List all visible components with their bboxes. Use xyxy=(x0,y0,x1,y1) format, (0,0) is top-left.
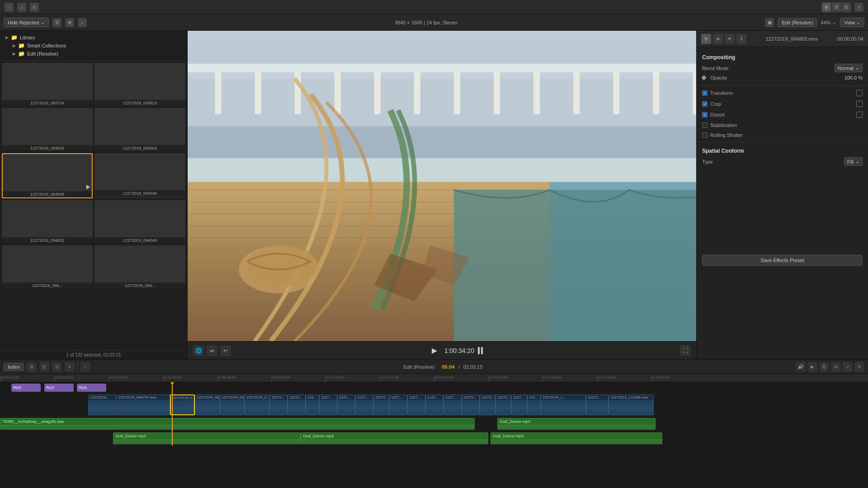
play-pause-button[interactable]: ▶ xyxy=(428,344,441,357)
playhead[interactable] xyxy=(172,382,173,446)
video-clip-12[interactable]: 12272... xyxy=(373,394,389,415)
tl-clip-icon[interactable]: ⧉ xyxy=(831,362,841,372)
video-clip-23[interactable]: 12272... xyxy=(586,394,609,415)
edit-resolve-item[interactable]: ▶ 📁 Edit (Resolve) xyxy=(4,50,184,58)
library-item[interactable]: ▶ 📁 Library xyxy=(4,33,184,42)
view-grid-icon[interactable]: ⊞ xyxy=(65,18,74,27)
video-clip-1[interactable]: 12272019_084737.mov xyxy=(117,394,170,415)
video-clip-16[interactable]: 1227... xyxy=(443,394,462,415)
upload-icon[interactable]: ↑ xyxy=(5,3,14,12)
clip-name-9: 12272019_094... xyxy=(2,282,93,289)
tl-expand-icon[interactable]: ⤢ xyxy=(843,362,853,372)
video-clip-20[interactable]: 1227... xyxy=(511,394,527,415)
inspector-tab-info[interactable]: ℹ xyxy=(736,34,746,44)
save-effects-preset-button[interactable]: Save Effects Preset xyxy=(702,255,863,266)
media-thumb-5[interactable]: 12272019_093939 xyxy=(2,153,93,198)
tl-play-icon[interactable]: ▶ xyxy=(807,362,817,372)
smart-collections-item[interactable]: ▶ 📁 Smart Collections xyxy=(4,42,184,50)
grid-icon[interactable]: ⊞ xyxy=(822,3,831,12)
video-clip-24[interactable]: 12272019_110158.mov xyxy=(609,394,654,415)
search-icon[interactable]: ⌕ xyxy=(78,18,87,27)
hide-rejected-button[interactable]: Hide Rejected ⌄ xyxy=(4,18,49,27)
video-clip-2[interactable]: 12272019_0... xyxy=(170,394,195,415)
video-clip-3[interactable]: 12272019_08... xyxy=(195,394,220,415)
video-clip-5[interactable]: 12272019_0... xyxy=(245,394,269,415)
tl-icon-4[interactable]: ≡ xyxy=(65,362,75,372)
view-button[interactable]: View ⌄ xyxy=(840,18,864,27)
tl-arrows-icon[interactable]: ↕ xyxy=(80,362,90,372)
video-clip-6[interactable]: 12272... xyxy=(269,394,288,415)
key-icon[interactable]: ⌂ xyxy=(17,3,26,12)
video-clip-18[interactable]: 11272... xyxy=(480,394,495,415)
media-thumb-9[interactable]: 12272019_094... xyxy=(2,245,93,289)
video-clip-7[interactable]: 12272... xyxy=(288,394,306,415)
tl-icon-1[interactable]: ⊞ xyxy=(27,362,37,372)
video-clip-13[interactable]: 1227... xyxy=(389,394,407,415)
title-clip-2[interactable]: Rich xyxy=(77,384,106,392)
media-thumb-4[interactable]: 12272019_093904 xyxy=(94,108,185,151)
timeline-tracks[interactable]: RichRichRich 12272019... 12272019_084737… xyxy=(0,382,868,488)
video-clip-15[interactable]: 1127... xyxy=(425,394,443,415)
globe-icon[interactable]: 🌐 xyxy=(193,345,204,356)
tiles-icon[interactable]: ⊟ xyxy=(842,3,851,12)
audio-clip-2-1[interactable]: Oud_Dance.mp3 xyxy=(301,432,488,444)
list-icon[interactable]: ☰ xyxy=(832,3,841,12)
video-clip-22[interactable]: 12272019_1... xyxy=(541,394,586,415)
video-clip-17[interactable]: 11272... xyxy=(462,394,480,415)
opacity-value[interactable]: 100.0 % xyxy=(844,75,863,80)
stabilization-checkbox[interactable] xyxy=(702,122,708,128)
audio-clip-2-0[interactable]: Oud_Dance.mp3 xyxy=(113,432,301,444)
video-clip-8[interactable]: 122... xyxy=(306,394,319,415)
maximize-icon[interactable]: ⤢ xyxy=(854,3,863,12)
transform-icon[interactable]: ⇌ xyxy=(207,345,217,356)
monitor-icon[interactable]: ▣ xyxy=(765,18,774,27)
index-tab[interactable]: Index xyxy=(4,363,24,371)
blend-mode-dropdown[interactable]: Normal ⌄ xyxy=(835,64,863,72)
distort-icon xyxy=(856,111,863,118)
distort-row[interactable]: ✓ Distort xyxy=(697,109,868,120)
inspector-tab-audio[interactable]: ◈ xyxy=(713,34,723,44)
tl-icon-2[interactable]: ☰ xyxy=(39,362,49,372)
video-clip-9[interactable]: 1227... xyxy=(319,394,337,415)
title-clip-1[interactable]: Rich xyxy=(44,384,74,392)
tl-icon-3[interactable]: ⊟ xyxy=(52,362,62,372)
video-clip-19[interactable]: 12272... xyxy=(495,394,511,415)
tl-audio-icon[interactable]: 🔊 xyxy=(796,362,806,372)
rolling-shutter-row[interactable]: Rolling Shutter xyxy=(697,130,868,140)
video-clip-11[interactable]: 1227... xyxy=(355,394,373,415)
media-thumb-2[interactable]: 12272019_093813 xyxy=(94,63,185,106)
media-thumb-3[interactable]: 12272019_093833 xyxy=(2,108,93,151)
audio-clip-1-1[interactable]: Oud_Dance.mp3 xyxy=(497,418,656,430)
view-list-icon[interactable]: ☰ xyxy=(52,18,61,27)
clock-icon[interactable]: ◴ xyxy=(30,3,39,12)
media-thumb-10[interactable]: 12272019_094... xyxy=(94,245,185,289)
media-thumb-6[interactable]: 12272019_093949 xyxy=(94,153,185,198)
media-thumb-7[interactable]: 12272019_094032 xyxy=(2,200,93,244)
rolling-shutter-checkbox[interactable] xyxy=(702,132,708,138)
media-thumb-1[interactable]: 12272019_093724 xyxy=(2,63,93,106)
tl-link-icon[interactable]: ⛓ xyxy=(819,362,829,372)
media-thumb-8[interactable]: 12272019_094049 xyxy=(94,200,185,244)
title-clip-0[interactable]: Rich xyxy=(11,384,41,392)
clip-icon[interactable]: ↩ xyxy=(220,345,231,356)
audio-clip-1-0[interactable]: 78389__inchadney__seagulls.wav xyxy=(0,418,475,430)
opacity-diamond-icon xyxy=(701,75,706,80)
tl-close-icon[interactable]: ✕ xyxy=(854,362,864,372)
audio-clip-2-2[interactable]: Oud_Dance.mp3 xyxy=(491,432,662,444)
video-clip-21[interactable]: 122... xyxy=(527,394,541,415)
transform-row[interactable]: ✓ Transform xyxy=(697,88,868,99)
distort-checkbox[interactable]: ✓ xyxy=(702,112,708,117)
crop-checkbox[interactable]: ✓ xyxy=(702,101,708,107)
inspector-tab-video[interactable]: V xyxy=(701,34,711,44)
video-clip-4[interactable]: 12272019_08... xyxy=(220,394,245,415)
stabilization-row[interactable]: Stabilization xyxy=(697,120,868,130)
video-clip-10[interactable]: 1227... xyxy=(337,394,355,415)
video-clip-0[interactable]: 12272019... xyxy=(88,394,116,415)
inspector-tab-effects[interactable]: ★ xyxy=(725,34,735,44)
crop-row[interactable]: ✓ Crop xyxy=(697,99,868,109)
transform-checkbox[interactable]: ✓ xyxy=(702,90,708,96)
video-clip-14[interactable]: 1227... xyxy=(407,394,425,415)
svg-rect-12 xyxy=(573,66,580,114)
type-dropdown[interactable]: Fill ⌄ xyxy=(844,157,863,166)
fullscreen-icon[interactable]: ⛶ xyxy=(680,345,691,356)
